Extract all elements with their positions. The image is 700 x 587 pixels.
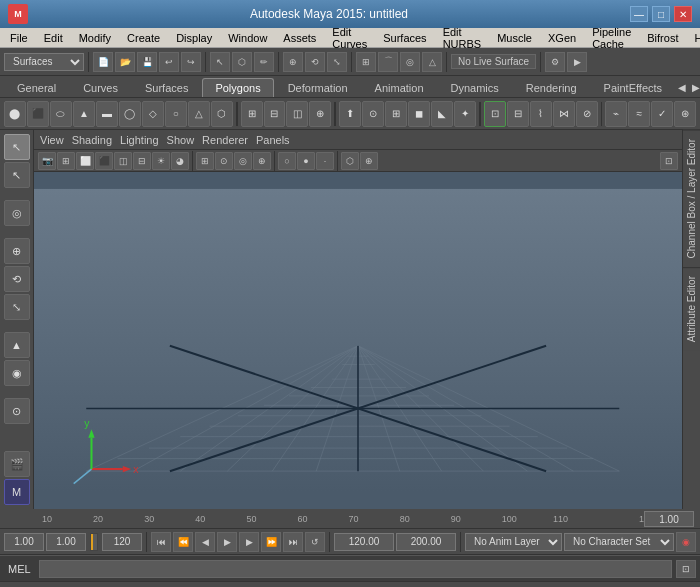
- snap-surface-icon[interactable]: △: [422, 52, 442, 72]
- snap-point-icon[interactable]: ◎: [400, 52, 420, 72]
- rotate-icon[interactable]: ⟲: [305, 52, 325, 72]
- vp-light-icon[interactable]: ☀: [152, 152, 170, 170]
- select-icon[interactable]: ↖: [210, 52, 230, 72]
- quick-render-tool[interactable]: 🎬: [4, 451, 30, 477]
- channel-box-tab[interactable]: Channel Box / Layer Editor: [683, 130, 700, 267]
- go-end-button[interactable]: ⏭: [283, 532, 303, 552]
- shelf-cylinder-icon[interactable]: ⬭: [50, 101, 72, 127]
- shelf-cube-icon[interactable]: ⬛: [27, 101, 49, 127]
- scale-tool[interactable]: ⤡: [4, 294, 30, 320]
- scale-icon[interactable]: ⤡: [327, 52, 347, 72]
- tab-deformation[interactable]: Deformation: [275, 78, 361, 97]
- sculpt-tool[interactable]: ◉: [4, 360, 30, 386]
- paint-icon[interactable]: ✏: [254, 52, 274, 72]
- component-select-tool[interactable]: ↖: [4, 162, 30, 188]
- undo-icon[interactable]: ↩: [159, 52, 179, 72]
- vp-isolate-icon[interactable]: ⬡: [341, 152, 359, 170]
- vp-wire-shade-icon[interactable]: ◫: [114, 152, 132, 170]
- mode-dropdown[interactable]: Surfaces Polygons Animation Rendering Dy…: [4, 53, 84, 71]
- lasso-icon[interactable]: ⬡: [232, 52, 252, 72]
- frame-current-input[interactable]: [46, 533, 86, 551]
- range-end-input[interactable]: [396, 533, 456, 551]
- open-icon[interactable]: 📂: [115, 52, 135, 72]
- lasso-tool[interactable]: ◎: [4, 200, 30, 226]
- viewport-menu-renderer[interactable]: Renderer: [202, 134, 248, 146]
- tab-curves[interactable]: Curves: [70, 78, 131, 97]
- vp-circle-icon[interactable]: ○: [278, 152, 296, 170]
- loop-button[interactable]: ↺: [305, 532, 325, 552]
- maximize-button[interactable]: □: [652, 6, 670, 22]
- menu-edit[interactable]: Edit: [38, 31, 69, 45]
- shelf-offset-edge-icon[interactable]: ⊟: [507, 101, 529, 127]
- vp-orbit-icon[interactable]: ◎: [234, 152, 252, 170]
- menu-help[interactable]: Help: [688, 31, 700, 45]
- play-button[interactable]: ▶: [217, 532, 237, 552]
- ipr-icon[interactable]: ▶: [567, 52, 587, 72]
- menu-file[interactable]: File: [4, 31, 34, 45]
- shelf-split-icon[interactable]: ⊘: [576, 101, 598, 127]
- shelf-average-icon[interactable]: ≈: [628, 101, 650, 127]
- new-scene-icon[interactable]: 📄: [93, 52, 113, 72]
- char-set-dropdown[interactable]: No Character Set: [564, 533, 674, 551]
- save-icon[interactable]: 💾: [137, 52, 157, 72]
- vp-smooth-shade-icon[interactable]: ⬛: [95, 152, 113, 170]
- shelf-extract-icon[interactable]: ◫: [286, 101, 308, 127]
- viewport-menu-show[interactable]: Show: [167, 134, 195, 146]
- tab-painteffects[interactable]: PaintEffects: [591, 78, 676, 97]
- attribute-editor-tab[interactable]: Attribute Editor: [683, 267, 700, 350]
- shelf-cone-icon[interactable]: ▲: [73, 101, 95, 127]
- vp-dot-icon[interactable]: ·: [316, 152, 334, 170]
- script-editor-button[interactable]: ⊡: [676, 560, 696, 578]
- vp-select-all-icon[interactable]: ⊞: [57, 152, 75, 170]
- vp-shadow-icon[interactable]: ◕: [171, 152, 189, 170]
- shelf-poke-icon[interactable]: ✦: [454, 101, 476, 127]
- prev-frame-button[interactable]: ◀: [195, 532, 215, 552]
- viewport-menu-shading[interactable]: Shading: [72, 134, 112, 146]
- shelf-pyramid-icon[interactable]: △: [188, 101, 210, 127]
- select-tool[interactable]: ↖: [4, 134, 30, 160]
- shelf-extrude-icon[interactable]: ⬆: [339, 101, 361, 127]
- frame-end-input[interactable]: [102, 533, 142, 551]
- tab-animation[interactable]: Animation: [362, 78, 437, 97]
- vp-texture-icon[interactable]: ⊟: [133, 152, 151, 170]
- show-manipulator-tool[interactable]: ⊙: [4, 398, 30, 424]
- tab-general[interactable]: General: [4, 78, 69, 97]
- shelf-connect-icon[interactable]: ⌇: [530, 101, 552, 127]
- snap-grid-icon[interactable]: ⊞: [356, 52, 376, 72]
- tab-surfaces[interactable]: Surfaces: [132, 78, 201, 97]
- shelf-booleans-icon[interactable]: ⊕: [309, 101, 331, 127]
- vp-zoom-icon[interactable]: ⊕: [253, 152, 271, 170]
- menu-edit-curves[interactable]: Edit Curves: [326, 25, 373, 51]
- rotate-tool[interactable]: ⟲: [4, 266, 30, 292]
- menu-bifrost[interactable]: Bifrost: [641, 31, 684, 45]
- redo-icon[interactable]: ↪: [181, 52, 201, 72]
- range-start-input[interactable]: [334, 533, 394, 551]
- menu-create[interactable]: Create: [121, 31, 166, 45]
- close-button[interactable]: ✕: [674, 6, 692, 22]
- shelf-wedge-icon[interactable]: ◣: [431, 101, 453, 127]
- next-key-button[interactable]: ⏩: [261, 532, 281, 552]
- menu-window[interactable]: Window: [222, 31, 273, 45]
- auto-key-button[interactable]: ◉: [676, 532, 696, 552]
- shelf-plane-icon[interactable]: ▬: [96, 101, 118, 127]
- move-tool[interactable]: ⊕: [4, 238, 30, 264]
- shelf-torus-icon[interactable]: ◯: [119, 101, 141, 127]
- shelf-insert-edge-icon[interactable]: ⊡: [484, 101, 506, 127]
- next-frame-button[interactable]: ▶: [239, 532, 259, 552]
- tab-polygons[interactable]: Polygons: [202, 78, 273, 97]
- minimize-button[interactable]: —: [630, 6, 648, 22]
- shelf-bridge-icon[interactable]: ⊙: [362, 101, 384, 127]
- snap-curve-icon[interactable]: ⌒: [378, 52, 398, 72]
- vp-layout-icon[interactable]: ⊡: [660, 152, 678, 170]
- render-icon[interactable]: ⚙: [545, 52, 565, 72]
- vp-sphere-icon[interactable]: ●: [297, 152, 315, 170]
- shelf-left-arrow[interactable]: ◀: [676, 80, 688, 95]
- menu-edit-nurbs[interactable]: Edit NURBS: [437, 25, 488, 51]
- tab-rendering[interactable]: Rendering: [513, 78, 590, 97]
- tab-dynamics[interactable]: Dynamics: [438, 78, 512, 97]
- shelf-soccer-icon[interactable]: ⬡: [211, 101, 233, 127]
- mel-input[interactable]: [39, 560, 672, 578]
- menu-assets[interactable]: Assets: [277, 31, 322, 45]
- viewport-menu-lighting[interactable]: Lighting: [120, 134, 159, 146]
- vp-xray-icon[interactable]: ⊕: [360, 152, 378, 170]
